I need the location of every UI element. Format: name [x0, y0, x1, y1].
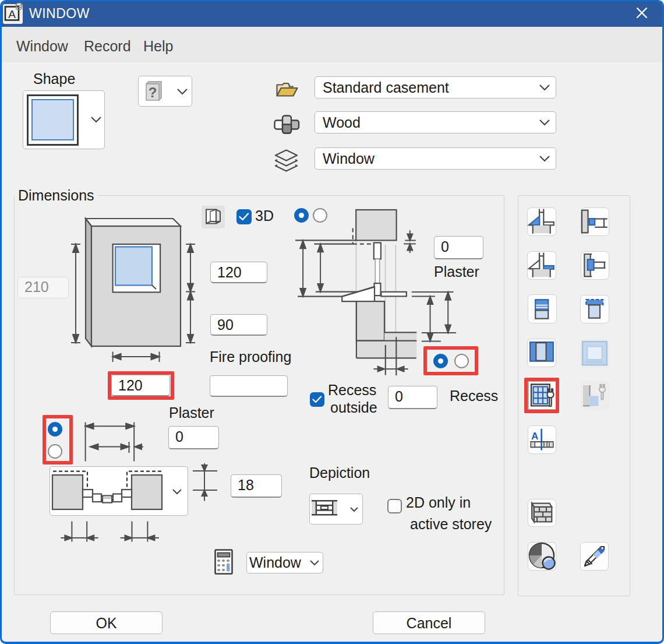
- svg-text:A: A: [8, 8, 16, 20]
- svg-text:A: A: [531, 431, 538, 442]
- svg-text:?: ?: [149, 85, 157, 100]
